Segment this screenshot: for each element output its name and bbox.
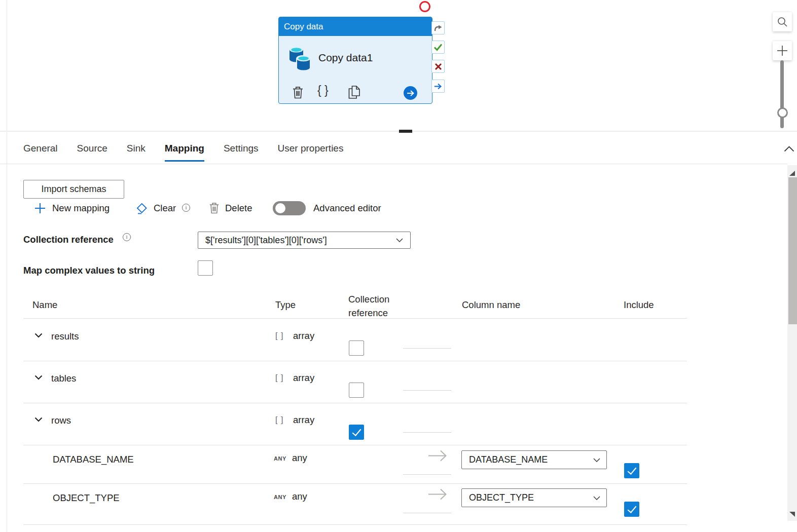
header-name: Name: [32, 299, 57, 311]
scroll-down-arrow[interactable]: [789, 512, 795, 517]
tab-mapping[interactable]: Mapping: [165, 143, 204, 162]
chevron-down-icon: [593, 458, 600, 462]
clear-eraser-icon: [135, 201, 149, 215]
collection-reference-dropdown[interactable]: $['results'][0]['tables'][0]['rows']: [198, 232, 411, 249]
column-name-dropdown[interactable]: DATABASE_NAME: [461, 450, 607, 469]
tab-user-properties[interactable]: User properties: [278, 143, 344, 162]
skip-port[interactable]: [431, 21, 445, 34]
field-name: OBJECT_TYPE: [53, 492, 120, 504]
chevron-down-icon: [396, 238, 403, 242]
scrollbar-thumb[interactable]: [788, 177, 797, 324]
tab-source[interactable]: Source: [77, 143, 107, 162]
field-type: array: [293, 330, 314, 341]
collapse-chevron-icon[interactable]: [34, 375, 43, 380]
zoom-in-button[interactable]: [773, 41, 792, 60]
advanced-editor-label: Advanced editor: [313, 203, 381, 214]
include-checkbox[interactable]: [624, 463, 639, 478]
toggle-knob: [275, 203, 285, 213]
mapping-arrow-icon: [427, 486, 448, 502]
annotation-circle: [419, 1, 430, 12]
canvas-search-button[interactable]: [773, 12, 792, 31]
panel-resize-grip[interactable]: [399, 130, 412, 133]
header-collection-reference: Collection reference: [348, 292, 401, 320]
panel-splitter: [0, 131, 797, 132]
failure-port[interactable]: [431, 60, 445, 73]
mapping-source-underline: [403, 474, 451, 475]
collection-reference-checkbox[interactable]: [349, 383, 364, 398]
collection-reference-checkbox[interactable]: [349, 425, 364, 440]
chevron-down-icon: [593, 496, 600, 500]
collection-reference-value: $['results'][0]['tables'][0]['rows']: [205, 235, 327, 246]
zoom-slider-knob[interactable]: [777, 107, 788, 118]
field-name: results: [51, 331, 79, 342]
collection-reference-checkbox[interactable]: [349, 340, 364, 356]
clear-button[interactable]: Clear: [154, 203, 176, 214]
code-braces-icon[interactable]: { }: [317, 84, 329, 97]
copy-data-icon: [289, 45, 311, 72]
row-divider: [23, 403, 687, 403]
scroll-up-arrow[interactable]: [789, 171, 795, 176]
tab-settings[interactable]: Settings: [224, 143, 259, 162]
open-activity-button[interactable]: [404, 86, 417, 100]
header-include: Include: [624, 299, 654, 311]
success-port[interactable]: [431, 41, 445, 54]
field-name: tables: [51, 373, 76, 384]
column-name-value: DATABASE_NAME: [469, 454, 548, 465]
row-divider: [23, 361, 687, 361]
map-complex-label: Map complex values to string: [23, 265, 155, 276]
field-type: any: [292, 452, 307, 464]
collection-reference-label: Collection reference: [23, 234, 114, 245]
field-type: array: [293, 372, 314, 384]
mapping-arrow-icon: [427, 448, 448, 463]
completion-port[interactable]: [431, 80, 445, 93]
array-type-icon: [ ]: [275, 331, 283, 340]
field-name: DATABASE_NAME: [53, 454, 134, 465]
advanced-editor-toggle[interactable]: [273, 201, 306, 215]
map-complex-checkbox[interactable]: [198, 260, 213, 276]
activity-card-title: Copy data: [279, 17, 432, 36]
plus-icon: [34, 203, 46, 214]
array-type-icon: [ ]: [275, 415, 283, 425]
field-type: array: [293, 414, 314, 426]
include-checkbox[interactable]: [624, 502, 639, 517]
any-type-icon: ANY: [274, 455, 286, 462]
column-name-value: OBJECT_TYPE: [469, 492, 534, 503]
row-divider: [23, 318, 687, 319]
header-type: Type: [275, 299, 296, 311]
mapping-source-underline: [403, 513, 451, 513]
property-tabs: General Source Sink Mapping Settings Use…: [23, 143, 343, 162]
new-mapping-button[interactable]: New mapping: [52, 203, 110, 214]
delete-activity-icon[interactable]: [292, 86, 304, 99]
any-type-icon: ANY: [274, 494, 286, 500]
delete-trash-icon: [209, 202, 220, 214]
tab-general[interactable]: General: [23, 143, 58, 162]
adf-mapping-screen: Copy data Copy data1: [0, 0, 797, 532]
delete-button[interactable]: Delete: [225, 203, 252, 214]
column-name-empty-input: [403, 432, 451, 433]
import-schemas-button[interactable]: Import schemas: [23, 180, 124, 199]
tab-sink[interactable]: Sink: [127, 143, 146, 162]
activity-name: Copy data1: [318, 52, 373, 64]
collapse-chevron-icon[interactable]: [34, 417, 43, 422]
column-name-dropdown[interactable]: OBJECT_TYPE: [461, 488, 607, 507]
header-column-name: Column name: [462, 299, 520, 311]
collapse-panel-chevron-icon[interactable]: [784, 146, 794, 152]
row-divider: [23, 445, 687, 445]
collection-reference-info-icon[interactable]: [123, 233, 131, 241]
field-type: any: [292, 491, 307, 502]
array-type-icon: [ ]: [275, 373, 283, 383]
column-name-empty-input: [403, 390, 451, 391]
tabbar-divider: [0, 164, 787, 164]
column-name-empty-input: [403, 348, 451, 349]
collapse-chevron-icon[interactable]: [34, 333, 43, 338]
clear-info-icon[interactable]: [182, 204, 190, 212]
panel-left-border: [7, 0, 7, 532]
row-divider: [23, 524, 687, 525]
row-divider: [23, 483, 687, 484]
copy-data-activity-card[interactable]: Copy data Copy data1: [278, 17, 432, 104]
clone-activity-icon[interactable]: [347, 85, 361, 100]
field-name: rows: [51, 415, 71, 426]
